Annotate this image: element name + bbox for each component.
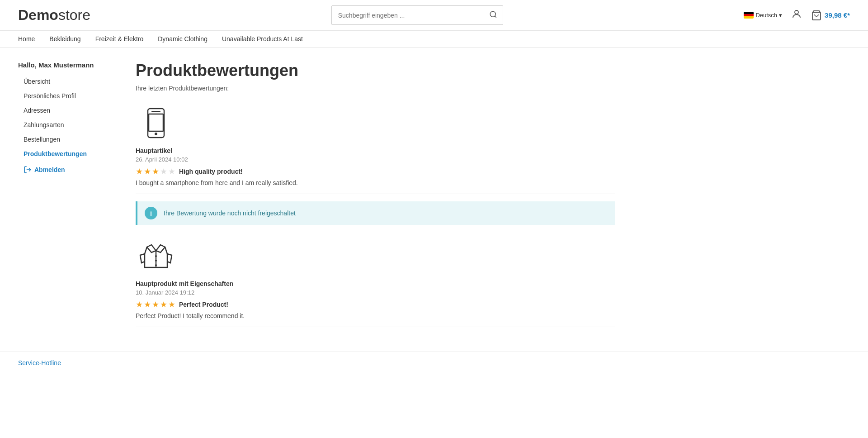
nav-item-dynamic[interactable]: Dynamic Clothing <box>158 35 208 43</box>
cart-icon <box>811 10 822 21</box>
divider-2 <box>136 327 615 327</box>
nav-item-bekleidung[interactable]: Bekleidung <box>49 35 80 43</box>
info-icon-1: i <box>145 207 157 219</box>
page-title: Produktbewertungen <box>136 61 615 80</box>
product-name-2: Hauptprodukt mit Eigenschaften <box>136 280 615 287</box>
review-date-1: 26. April 2024 10:02 <box>136 156 615 163</box>
flag-icon <box>744 12 754 19</box>
star-2-1: ★ <box>136 300 143 309</box>
stars-2: ★ ★ ★ ★ ★ <box>136 300 175 309</box>
product-name-1: Hauptartikel <box>136 147 615 154</box>
stars-1: ★ ★ ★ ★ ★ <box>136 167 175 176</box>
lang-selector[interactable]: Deutsch ▾ <box>744 12 782 19</box>
review-item-2: Hauptprodukt mit Eigenschaften 10. Janua… <box>136 236 615 327</box>
cart-price: 39,98 €* <box>825 11 850 19</box>
star-1-3: ★ <box>152 167 159 176</box>
stars-row-1: ★ ★ ★ ★ ★ High quality product! <box>136 167 615 176</box>
review-date-2: 10. Januar 2024 19:12 <box>136 289 615 296</box>
search-icon <box>489 10 497 19</box>
sidebar-item-ubersicht[interactable]: Übersicht <box>18 76 118 87</box>
main-nav: Home Bekleidung Freizeit & Elektro Dynam… <box>0 31 868 48</box>
header: Demostore Deutsch ▾ 39,98 €* <box>0 0 868 31</box>
sidebar-item-profil[interactable]: Persönliches Profil <box>18 90 118 101</box>
subtitle: Ihre letzten Produktbewertungen: <box>136 85 615 92</box>
stars-row-2: ★ ★ ★ ★ ★ Perfect Product! <box>136 300 615 309</box>
svg-point-11 <box>155 260 157 262</box>
search-bar <box>331 5 503 25</box>
svg-line-1 <box>495 16 496 17</box>
cart-button[interactable]: 39,98 €* <box>811 10 850 21</box>
star-2-3: ★ <box>152 300 159 309</box>
svg-point-7 <box>155 133 157 135</box>
logout-label: Abmelden <box>34 166 65 173</box>
star-1-1: ★ <box>136 167 143 176</box>
info-text-1: Ihre Bewertung wurde noch nicht freigesc… <box>164 209 296 217</box>
review-text-1: I bought a smartphone from here and I am… <box>136 179 615 186</box>
search-button[interactable] <box>484 6 503 24</box>
logout-icon <box>24 166 32 174</box>
logo-light: store <box>58 7 90 23</box>
footer-hint-text: Service-Hotline <box>18 359 61 367</box>
product-image-2 <box>136 236 176 276</box>
review-item-1: Hauptartikel 26. April 2024 10:02 ★ ★ ★ … <box>136 103 615 225</box>
sidebar-greeting: Hallo, Max Mustermann <box>18 61 118 69</box>
star-1-2: ★ <box>144 167 151 176</box>
account-button[interactable] <box>791 9 802 22</box>
info-banner-1: i Ihre Bewertung wurde noch nicht freige… <box>136 201 615 225</box>
main-layout: Hallo, Max Mustermann Übersicht Persönli… <box>0 48 633 352</box>
header-right: Deutsch ▾ 39,98 €* <box>744 9 850 22</box>
sidebar-item-bestellungen[interactable]: Bestellungen <box>18 134 118 145</box>
sidebar-item-zahlungsarten[interactable]: Zahlungsarten <box>18 119 118 130</box>
sidebar-menu: Übersicht Persönliches Profil Adressen Z… <box>18 76 118 159</box>
user-icon <box>791 9 802 19</box>
lang-label: Deutsch <box>755 12 777 19</box>
chevron-down-icon: ▾ <box>779 12 782 19</box>
smartphone-icon <box>138 105 174 141</box>
review-text-2: Perfect Product! I totally recommend it. <box>136 312 615 319</box>
nav-item-home[interactable]: Home <box>18 35 35 43</box>
logo-bold: Demo <box>18 7 58 23</box>
footer-hint: Service-Hotline <box>0 352 868 374</box>
svg-rect-8 <box>149 114 163 131</box>
review-title-1: High quality product! <box>179 168 243 175</box>
sidebar: Hallo, Max Mustermann Übersicht Persönli… <box>18 61 118 338</box>
sidebar-item-produktbewertungen[interactable]: Produktbewertungen <box>18 148 118 159</box>
svg-rect-6 <box>151 111 160 112</box>
star-2-2: ★ <box>144 300 151 309</box>
product-image-1 <box>136 103 176 143</box>
svg-point-0 <box>490 11 495 17</box>
svg-point-12 <box>155 264 157 266</box>
svg-point-2 <box>795 10 798 14</box>
star-1-5: ★ <box>168 167 175 176</box>
svg-point-10 <box>155 255 157 257</box>
review-title-2: Perfect Product! <box>179 301 228 308</box>
sidebar-item-adressen[interactable]: Adressen <box>18 105 118 116</box>
logout-button[interactable]: Abmelden <box>18 166 118 174</box>
logo[interactable]: Demostore <box>18 7 90 24</box>
star-1-4: ★ <box>160 167 167 176</box>
star-2-4: ★ <box>160 300 167 309</box>
nav-item-unavailable[interactable]: Unavailable Products At Last <box>222 35 303 43</box>
divider-1 <box>136 194 615 194</box>
nav-item-freizeit[interactable]: Freizeit & Elektro <box>95 35 144 43</box>
jacket-icon <box>138 238 174 274</box>
main-content: Produktbewertungen Ihre letzten Produktb… <box>136 61 615 338</box>
search-input[interactable] <box>332 7 484 24</box>
star-2-5: ★ <box>168 300 175 309</box>
